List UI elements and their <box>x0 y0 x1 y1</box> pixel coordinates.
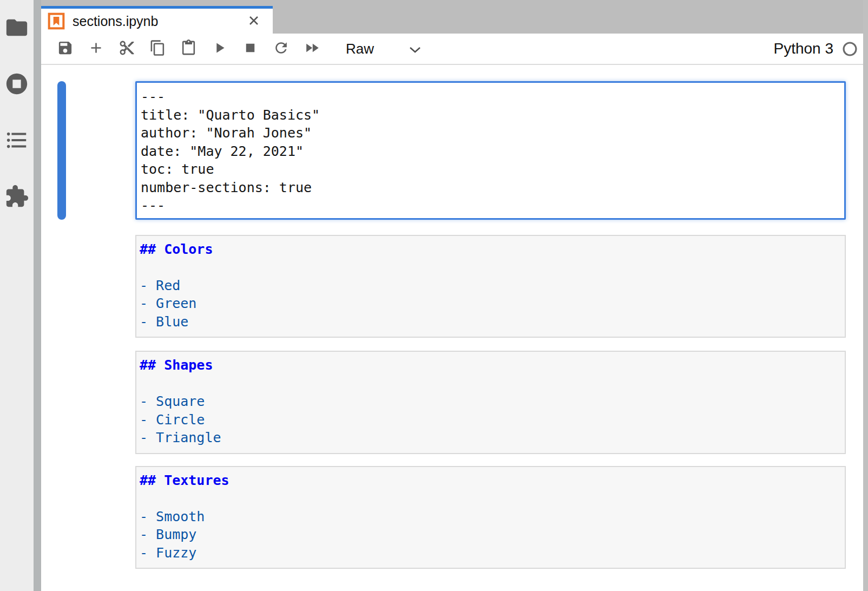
cell-type-value: Raw <box>346 41 374 57</box>
cut-cells-button[interactable] <box>111 37 142 61</box>
notebook-file-icon <box>48 12 65 30</box>
fast-forward-icon <box>304 40 320 58</box>
markdown-cell-editor[interactable]: ## Textures - Smooth - Bumpy - Fuzzy <box>135 466 846 569</box>
copy-icon <box>149 40 166 58</box>
sidebar-item-extensions[interactable] <box>4 184 30 210</box>
jupyterlab-window: sections.ipynb <box>0 0 868 591</box>
activity-sidebar <box>0 0 34 591</box>
restart-run-all-button[interactable] <box>297 37 327 61</box>
md-header-line: ## Colors <box>140 240 839 259</box>
code-line: --- <box>141 88 839 106</box>
cell-row-markdown-shapes: ## Shapes - Square - Circle - Triangle <box>41 351 863 454</box>
close-icon <box>247 14 260 29</box>
cell-collapser[interactable] <box>57 81 66 220</box>
md-list-line: - Fuzzy <box>140 544 839 562</box>
raw-cell-editor[interactable]: --- title: "Quarto Basics" author: "Nora… <box>135 81 846 220</box>
md-list-line: - Square <box>140 392 839 411</box>
cell-collapser[interactable] <box>57 466 66 569</box>
puzzle-icon <box>4 184 29 211</box>
code-line: title: "Quarto Basics" <box>141 106 839 124</box>
running-kernels-icon <box>4 71 29 98</box>
clipboard-icon <box>180 40 197 58</box>
notebook-tab[interactable]: sections.ipynb <box>41 6 273 34</box>
code-line: toc: true <box>141 160 839 179</box>
sidebar-item-running-sessions[interactable] <box>4 71 30 97</box>
md-list-line: - Smooth <box>140 508 839 526</box>
tab-close-button[interactable] <box>246 13 262 29</box>
dock-tab-bar: sections.ipynb <box>41 0 863 34</box>
save-button[interactable] <box>50 37 81 61</box>
kernel-status-icon[interactable] <box>842 41 858 57</box>
markdown-cell-editor[interactable]: ## Shapes - Square - Circle - Triangle <box>135 351 846 454</box>
md-list-line: - Triangle <box>140 429 839 447</box>
code-line: number-sections: true <box>141 179 839 197</box>
cell-row-raw: --- title: "Quarto Basics" author: "Nora… <box>41 81 863 220</box>
md-list-line: - Blue <box>140 313 839 331</box>
kernel-name-button[interactable]: Python 3 <box>773 40 833 57</box>
code-line: --- <box>141 196 839 215</box>
md-list-line: - Bumpy <box>140 526 839 544</box>
code-line: date: "May 22, 2021" <box>141 142 839 161</box>
md-list-line: - Red <box>140 277 839 295</box>
interrupt-kernel-button[interactable] <box>235 37 266 61</box>
list-icon <box>4 128 29 154</box>
md-list-line: - Green <box>140 294 839 313</box>
md-blank-line <box>140 489 839 508</box>
kernel-indicator: Python 3 <box>773 40 858 57</box>
sidebar-item-file-browser[interactable] <box>4 15 30 41</box>
play-icon <box>211 40 228 58</box>
paste-cells-button[interactable] <box>173 37 204 61</box>
copy-cells-button[interactable] <box>142 37 173 61</box>
main-area: sections.ipynb <box>41 0 863 591</box>
markdown-cell-editor[interactable]: ## Colors - Red - Green - Blue <box>135 235 846 338</box>
cell-collapser[interactable] <box>57 235 66 338</box>
cell-row-markdown-colors: ## Colors - Red - Green - Blue <box>41 235 863 338</box>
restart-kernel-button[interactable] <box>266 37 297 61</box>
plus-icon <box>88 40 104 58</box>
chevron-down-icon <box>409 41 422 57</box>
scissors-icon <box>119 40 135 58</box>
md-header-line: ## Textures <box>140 471 839 490</box>
notebook-toolbar: Raw Python 3 <box>41 34 863 65</box>
tab-title: sections.ipynb <box>73 14 238 29</box>
save-icon <box>57 40 74 58</box>
md-blank-line <box>140 375 839 393</box>
stop-icon <box>242 40 259 58</box>
run-cell-button[interactable] <box>204 37 235 61</box>
cell-type-dropdown[interactable]: Raw <box>343 37 425 61</box>
md-blank-line <box>140 258 839 277</box>
sidebar-divider <box>34 0 41 591</box>
refresh-icon <box>273 40 290 58</box>
scrollbar-gutter <box>863 0 868 591</box>
md-list-line: - Circle <box>140 411 839 429</box>
cell-row-markdown-textures: ## Textures - Smooth - Bumpy - Fuzzy <box>41 466 863 569</box>
cell-collapser[interactable] <box>57 351 66 454</box>
code-line: author: "Norah Jones" <box>141 124 839 142</box>
folder-icon <box>4 15 29 42</box>
md-header-line: ## Shapes <box>140 356 839 375</box>
insert-cell-button[interactable] <box>81 37 111 61</box>
sidebar-item-table-of-contents[interactable] <box>4 128 30 154</box>
notebook-panel: --- title: "Quarto Basics" author: "Nora… <box>41 65 863 591</box>
